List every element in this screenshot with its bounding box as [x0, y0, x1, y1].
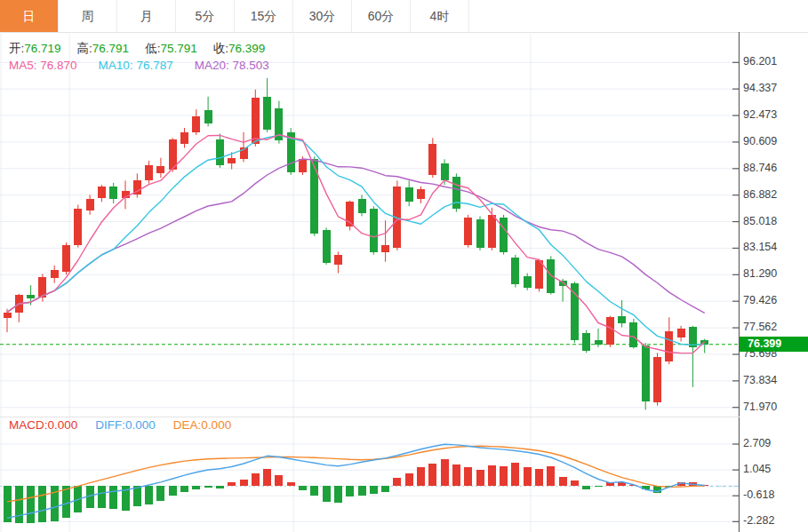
macd-bar	[524, 467, 532, 486]
macd-bar	[358, 486, 366, 495]
price-tick-label: 94.337	[743, 82, 777, 94]
diff-readout: DIFF:0.000	[95, 418, 156, 432]
tab-weekly[interactable]: 周	[59, 0, 117, 32]
candlestick	[571, 283, 579, 340]
macd-bar	[595, 486, 603, 487]
macd-bar	[15, 486, 23, 522]
low-value: 75.791	[160, 42, 196, 55]
macd-bar	[27, 486, 35, 523]
macd-bar	[133, 486, 141, 506]
ma10-legend: MA10: 76.787	[99, 59, 173, 72]
candlestick	[488, 215, 496, 248]
high-label: 高:	[77, 42, 92, 55]
dea-value: 0.000	[201, 418, 231, 432]
price-tick-label: 85.018	[743, 215, 777, 227]
candlestick	[677, 329, 685, 337]
macd-bar	[192, 486, 200, 488]
price-tick-label: 90.609	[743, 135, 777, 147]
candlestick	[204, 110, 212, 123]
candlestick	[595, 340, 603, 345]
low-readout: 低:75.791	[145, 41, 197, 57]
candlestick	[370, 209, 378, 251]
macd-bar	[263, 469, 271, 486]
dea-readout: DEA:0.000	[173, 418, 231, 432]
macd-bar	[370, 486, 378, 494]
tab-5min[interactable]: 5分	[176, 0, 235, 32]
macd-bar	[169, 486, 177, 496]
dea-label: DEA:	[173, 418, 202, 432]
candlestick	[299, 159, 307, 171]
macd-chart-canvas[interactable]	[0, 417, 740, 532]
candlestick	[535, 260, 543, 289]
candlestick	[109, 187, 117, 199]
candlestick	[441, 163, 449, 180]
macd-bar	[323, 486, 331, 501]
candlestick	[417, 189, 425, 199]
price-tick-label: 88.746	[743, 162, 777, 174]
macd-bar	[216, 486, 224, 488]
tab-15min[interactable]: 15分	[235, 0, 293, 32]
tab-30min[interactable]: 30分	[293, 0, 352, 32]
ma5-legend: MA5: 76.870	[9, 59, 77, 72]
macd-bar	[488, 465, 496, 486]
macd-bar	[559, 477, 567, 486]
main-chart-canvas[interactable]	[0, 32, 740, 417]
price-tick-label: 96.201	[743, 55, 777, 67]
price-tick-label: 83.154	[743, 241, 777, 253]
macd-bar	[310, 486, 318, 495]
ma20-legend: MA20: 78.503	[195, 59, 269, 72]
price-tick-label: 77.562	[743, 321, 777, 333]
diff-value: 0.000	[125, 418, 156, 432]
macd-bar	[240, 480, 248, 486]
candlestick	[452, 177, 460, 210]
candlestick	[98, 187, 106, 198]
macd-bar	[252, 473, 260, 486]
macd-legend-row: MACD:0.000 DIFF:0.000 DEA:0.000	[9, 418, 231, 432]
price-tick-label: 73.834	[743, 374, 777, 386]
macd-bar	[381, 486, 389, 492]
ma20-label: MA20:	[195, 59, 229, 72]
candlestick	[252, 98, 260, 143]
macd-bar	[547, 466, 555, 486]
high-readout: 高:76.791	[77, 41, 130, 57]
macd-tick-label: -2.282	[743, 514, 774, 527]
candlestick	[606, 317, 614, 344]
open-value: 76.719	[24, 42, 60, 55]
candlestick	[27, 295, 35, 299]
candlestick	[582, 333, 590, 351]
candlestick	[653, 357, 661, 402]
macd-bar	[38, 486, 46, 522]
candlestick	[500, 218, 508, 251]
close-label: 收:	[213, 42, 228, 55]
close-value: 76.399	[228, 42, 265, 55]
macd-tick-label: -0.618	[743, 488, 774, 501]
macd-bar	[287, 482, 295, 487]
ma10-line	[7, 135, 705, 345]
macd-bar	[98, 486, 106, 507]
macd-bar	[109, 486, 117, 509]
candlestick	[74, 209, 82, 244]
macd-bar	[417, 467, 425, 486]
candlestick	[145, 165, 153, 181]
macd-bar	[452, 465, 460, 487]
high-value: 76.791	[92, 42, 129, 55]
price-tick-label: 79.426	[743, 294, 777, 306]
ma10-value: 76.787	[136, 59, 172, 72]
tab-monthly[interactable]: 月	[117, 0, 176, 32]
candlestick	[405, 187, 413, 202]
macd-bar	[582, 486, 590, 488]
candlestick	[358, 199, 366, 213]
candlestick	[428, 144, 436, 175]
price-tick-label: 71.970	[743, 401, 777, 413]
macd-bar	[428, 464, 436, 487]
macd-value: 0.000	[48, 418, 78, 432]
tab-daily[interactable]: 日	[0, 0, 59, 32]
macd-tick-label: 2.709	[743, 437, 771, 449]
candlestick	[310, 159, 318, 233]
trading-chart-window: 日周月5分15分30分60分4时 开:76.719 高:76.791 低:75.…	[0, 0, 808, 532]
macd-bar	[346, 486, 354, 496]
macd-bar	[535, 469, 543, 486]
tab-4hour[interactable]: 4时	[411, 0, 469, 32]
tab-60min[interactable]: 60分	[352, 0, 411, 32]
ohlc-row: 开:76.719 高:76.791 低:75.791 收:76.399	[9, 41, 265, 57]
